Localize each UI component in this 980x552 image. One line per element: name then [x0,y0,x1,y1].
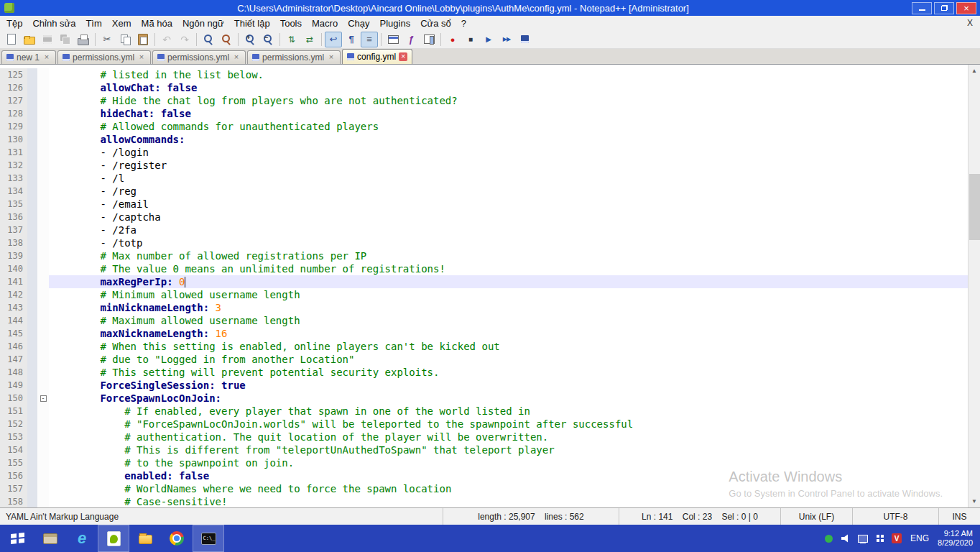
menu-item-settings[interactable]: Thiết lập [229,17,275,30]
code-line[interactable]: 135 - /email [0,198,968,211]
replace-icon[interactable] [218,32,235,47]
close-button[interactable]: × [956,2,976,14]
stop-recording-icon[interactable]: ■ [462,32,479,47]
find-icon[interactable] [200,32,217,47]
bookmark-margin[interactable] [27,405,37,418]
fold-margin[interactable] [37,262,49,275]
start-button[interactable] [0,525,34,552]
print-icon[interactable] [75,32,92,47]
record-macro-icon[interactable]: ● [444,32,461,47]
code-line[interactable]: 154 # This is different from "teleportUn… [0,443,968,456]
fold-margin[interactable] [37,185,49,198]
code-line[interactable]: 128 hideChat: false [0,107,968,120]
tab-new-1[interactable]: new 1× [1,50,56,64]
open-file-icon[interactable] [21,32,38,47]
code-line[interactable]: 148 # This setting will prevent potentia… [0,366,968,379]
word-wrap-icon[interactable]: ↩ [325,32,342,47]
code-line[interactable]: 145 maxNicknameLength: 16 [0,327,968,340]
tab-close-icon[interactable]: × [232,53,241,62]
redo-icon[interactable]: ↷ [176,32,193,47]
fold-margin[interactable] [37,353,49,366]
code-line[interactable]: 140 # The value 0 means an unlimited num… [0,262,968,275]
document-map-icon[interactable] [420,32,438,47]
menu-item-encoding[interactable]: Mã hóa [137,17,177,30]
bookmark-margin[interactable] [27,353,37,366]
bookmark-margin[interactable] [27,469,37,482]
code-line[interactable]: 134 - /reg [0,185,968,198]
scrollbar-thumb[interactable] [969,174,980,240]
fold-margin[interactable] [37,301,49,314]
sync-horizontal-icon[interactable]: ⇄ [301,32,318,47]
zoom-out-icon[interactable]: − [259,32,277,47]
bookmark-margin[interactable] [27,185,37,198]
bookmark-margin[interactable] [27,301,37,314]
app-grid-icon[interactable] [874,533,886,544]
bookmark-margin[interactable] [27,288,37,301]
fold-margin[interactable] [37,431,49,443]
fold-margin[interactable] [37,379,49,392]
menu-item-window[interactable]: Cửa sổ [415,17,456,30]
code-line[interactable]: 129 # Allowed commands for unauthenticat… [0,120,968,133]
bookmark-margin[interactable] [27,482,37,495]
menu-item-macro[interactable]: Macro [307,17,343,30]
chrome-icon[interactable] [161,525,193,552]
fold-margin[interactable] [37,224,49,236]
fold-margin[interactable] [37,469,49,482]
code-line[interactable]: 151 # If enabled, every player that spaw… [0,405,968,418]
bookmark-margin[interactable] [27,392,37,405]
code-line[interactable]: 143 minNicknameLength: 3 [0,301,968,314]
bookmark-margin[interactable] [27,224,37,236]
save-all-icon[interactable] [57,32,74,47]
notepadpp-taskbar-icon[interactable] [98,525,129,552]
tab-close-icon[interactable]: × [137,53,146,62]
tab-permissions-2[interactable]: permissions.yml× [152,50,246,64]
menu-item-run[interactable]: Chạy [343,17,374,30]
code-line[interactable]: 150- ForceSpawnLocOnJoin: [0,392,968,405]
menu-item-plugins[interactable]: Plugins [375,17,416,30]
fold-margin[interactable] [37,288,49,301]
code-line[interactable]: 152 # "ForceSpawnLocOnJoin.worlds" will … [0,418,968,431]
fold-margin[interactable] [37,443,49,456]
show-all-characters-icon[interactable]: ¶ [343,32,360,47]
function-list-icon[interactable]: ƒ [402,32,420,47]
bookmark-margin[interactable] [27,198,37,211]
cut-icon[interactable]: ✂ [98,32,116,47]
menu-item-help[interactable]: ? [456,17,471,30]
clock[interactable]: 9:12 AM 8/29/2020 [938,529,973,548]
minimize-button[interactable] [912,2,932,14]
tab-permissions-1[interactable]: permissions.yml× [57,50,151,64]
fold-margin[interactable] [37,198,49,211]
code-line[interactable]: 149 ForceSingleSession: true [0,379,968,392]
menu-item-tools[interactable]: Tools [275,17,307,30]
bookmark-margin[interactable] [27,431,37,443]
fold-margin[interactable] [37,275,49,288]
volume-icon[interactable] [840,533,851,544]
bookmark-margin[interactable] [27,418,37,431]
zoom-in-icon[interactable]: + [241,32,259,47]
menu-item-view[interactable]: Xem [107,17,137,30]
scroll-up-arrow[interactable]: ▲ [969,65,980,77]
code-line[interactable]: 155 # to the spawnpoint on join. [0,456,968,469]
fold-margin[interactable]: - [37,392,49,405]
save-macro-icon[interactable] [516,32,533,47]
fold-margin[interactable] [37,249,49,262]
fold-margin[interactable] [37,418,49,431]
fold-margin[interactable] [37,327,49,340]
bookmark-margin[interactable] [27,68,37,81]
user-defined-dialog-icon[interactable] [384,32,402,47]
bookmark-margin[interactable] [27,211,37,224]
bookmark-margin[interactable] [27,236,37,249]
scroll-down-arrow[interactable]: ▼ [969,495,980,507]
undo-icon[interactable]: ↶ [158,32,175,47]
command-prompt-icon[interactable]: C:\_ [193,525,224,552]
playback-macro-icon[interactable]: ▶ [480,32,497,47]
bookmark-margin[interactable] [27,327,37,340]
bookmark-margin[interactable] [27,262,37,275]
menu-item-edit[interactable]: Chỉnh sửa [27,17,80,30]
code-line[interactable]: 158 # Case-sensitive! [0,495,968,507]
bookmark-margin[interactable] [27,314,37,327]
paste-icon[interactable] [134,32,152,47]
bookmark-margin[interactable] [27,133,37,146]
network-icon[interactable] [857,533,869,544]
code-line[interactable]: 126 allowChat: false [0,81,968,94]
